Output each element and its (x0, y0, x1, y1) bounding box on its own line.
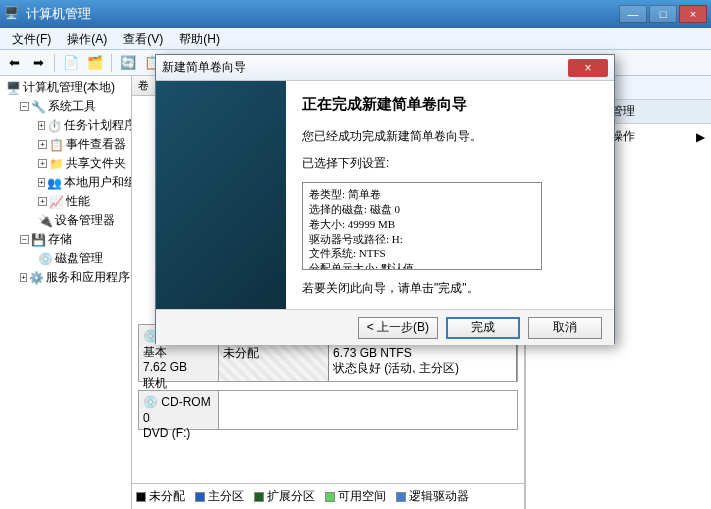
computer-icon: 🖥️ (6, 81, 21, 95)
tree-disk-management[interactable]: 💿磁盘管理 (2, 249, 129, 268)
close-button[interactable]: × (679, 5, 707, 23)
expand-icon[interactable]: + (38, 178, 45, 187)
users-icon: 👥 (47, 176, 62, 190)
wizard-text: 若要关闭此向导，请单击"完成"。 (302, 280, 598, 297)
disk-icon: 💿 (38, 252, 53, 266)
refresh-icon[interactable]: 🔄 (118, 53, 138, 73)
clock-icon: ⏱️ (47, 119, 62, 133)
log-icon: 📋 (49, 138, 64, 152)
tree-root[interactable]: 🖥️计算机管理(本地) (2, 78, 129, 97)
toolbar-separator (111, 54, 112, 72)
wizard-text: 已选择下列设置: (302, 155, 598, 172)
forward-icon[interactable]: ➡ (28, 53, 48, 73)
wizard-title: 新建简单卷向导 (162, 59, 568, 76)
expand-icon[interactable]: + (38, 140, 47, 149)
app-icon: 🖥️ (4, 6, 20, 22)
legend-free: 可用空间 (325, 488, 386, 505)
expand-icon[interactable]: + (38, 197, 47, 206)
menu-file[interactable]: 文件(F) (4, 28, 59, 49)
cancel-button[interactable]: 取消 (528, 317, 602, 339)
wizard-footer: < 上一步(B) 完成 取消 (156, 309, 614, 345)
back-icon[interactable]: ⬅ (4, 53, 24, 73)
wizard-heading: 正在完成新建简单卷向导 (302, 95, 598, 114)
tree-event-viewer[interactable]: +📋事件查看器 (2, 135, 129, 154)
collapse-icon[interactable]: − (20, 235, 29, 244)
expand-icon[interactable]: + (38, 159, 47, 168)
device-icon: 🔌 (38, 214, 53, 228)
arrow-right-icon: ▶ (696, 130, 705, 144)
services-icon: ⚙️ (29, 271, 44, 285)
wizard-text: 您已经成功完成新建简单卷向导。 (302, 128, 598, 145)
wizard-close-button[interactable]: × (568, 59, 608, 77)
up-icon[interactable]: 📄 (61, 53, 81, 73)
tree-local-users[interactable]: +👥本地用户和组 (2, 173, 129, 192)
tree-task-scheduler[interactable]: +⏱️任务计划程序 (2, 116, 129, 135)
expand-icon[interactable]: + (38, 121, 45, 130)
cdrom-label[interactable]: 💿 CD-ROM 0 DVD (F:) (139, 391, 219, 429)
cdrom-row: 💿 CD-ROM 0 DVD (F:) (138, 390, 518, 430)
navigation-tree[interactable]: 🖥️计算机管理(本地) −🔧系统工具 +⏱️任务计划程序 +📋事件查看器 +📁共… (0, 76, 132, 509)
wizard-titlebar[interactable]: 新建简单卷向导 × (156, 55, 614, 81)
tools-icon: 🔧 (31, 100, 46, 114)
wizard-summary-box[interactable]: 卷类型: 简单卷 选择的磁盘: 磁盘 0 卷大小: 49999 MB 驱动器号或… (302, 182, 542, 270)
window-title: 计算机管理 (26, 5, 619, 23)
back-button[interactable]: < 上一步(B) (358, 317, 438, 339)
new-simple-volume-wizard: 新建简单卷向导 × 正在完成新建简单卷向导 您已经成功完成新建简单卷向导。 已选… (155, 54, 615, 344)
minimize-button[interactable]: — (619, 5, 647, 23)
legend-unallocated: 未分配 (136, 488, 185, 505)
menu-action[interactable]: 操作(A) (59, 28, 115, 49)
menu-view[interactable]: 查看(V) (115, 28, 171, 49)
tree-device-manager[interactable]: 🔌设备管理器 (2, 211, 129, 230)
wizard-content: 正在完成新建简单卷向导 您已经成功完成新建简单卷向导。 已选择下列设置: 卷类型… (286, 81, 614, 309)
tree-services[interactable]: +⚙️服务和应用程序 (2, 268, 129, 287)
tree-performance[interactable]: +📈性能 (2, 192, 129, 211)
wizard-sidebar-image (156, 81, 286, 309)
menu-help[interactable]: 帮助(H) (171, 28, 228, 49)
tree-storage[interactable]: −💾存储 (2, 230, 129, 249)
tree-system-tools[interactable]: −🔧系统工具 (2, 97, 129, 116)
legend: 未分配 主分区 扩展分区 可用空间 逻辑驱动器 (132, 483, 524, 509)
finish-button[interactable]: 完成 (446, 317, 520, 339)
storage-icon: 💾 (31, 233, 46, 247)
properties-icon[interactable]: 🗂️ (85, 53, 105, 73)
toolbar-separator (54, 54, 55, 72)
legend-primary: 主分区 (195, 488, 244, 505)
maximize-button[interactable]: □ (649, 5, 677, 23)
window-titlebar: 🖥️ 计算机管理 — □ × (0, 0, 711, 28)
tree-shared-folders[interactable]: +📁共享文件夹 (2, 154, 129, 173)
legend-logical: 逻辑驱动器 (396, 488, 469, 505)
collapse-icon[interactable]: − (20, 102, 29, 111)
perf-icon: 📈 (49, 195, 64, 209)
menubar: 文件(F) 操作(A) 查看(V) 帮助(H) (0, 28, 711, 50)
folder-icon: 📁 (49, 157, 64, 171)
expand-icon[interactable]: + (20, 273, 27, 282)
legend-extended: 扩展分区 (254, 488, 315, 505)
